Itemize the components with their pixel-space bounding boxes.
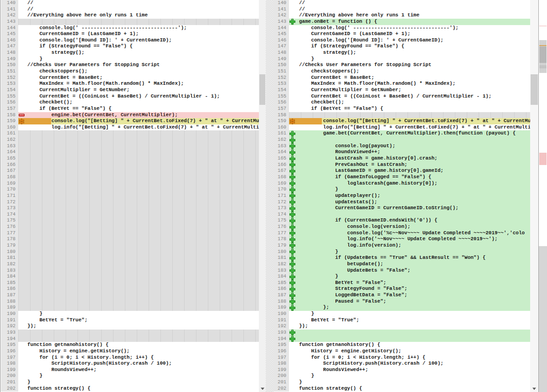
code-text[interactable]: for (i = 0; i < History.length; i++) { bbox=[26, 355, 154, 361]
code-line-body[interactable] bbox=[289, 330, 530, 336]
code-line-body[interactable] bbox=[18, 255, 259, 261]
code-line-body[interactable]: RoundsViewed++; bbox=[18, 367, 259, 373]
code-text[interactable]: console.log('%c~~Nov~~~~ Update Complete… bbox=[298, 230, 525, 237]
code-text[interactable]: History = engine.getHistory(); bbox=[298, 348, 401, 355]
code-text[interactable]: LastCrash = game.history[0].crash; bbox=[298, 155, 438, 162]
code-line-body[interactable]: if (GameInfoLogged == "False") { bbox=[289, 174, 530, 181]
code-line-body[interactable]: } bbox=[289, 56, 530, 62]
code-line-body[interactable]: CurrentBet = BaseBet; bbox=[18, 75, 259, 81]
code-line-body[interactable] bbox=[18, 242, 259, 249]
pane-splitter[interactable] bbox=[266, 0, 274, 392]
code-line-body[interactable]: } bbox=[289, 379, 530, 386]
code-text[interactable]: } bbox=[298, 56, 314, 62]
code-line-body[interactable]: function strategy() { bbox=[18, 386, 259, 392]
code-text[interactable]: BetYet = "True"; bbox=[26, 317, 88, 324]
code-text[interactable]: console.log("[Betting] " + CurrentBet.to… bbox=[26, 118, 259, 124]
code-text[interactable]: for (i = 0; i < History.length; i++) { bbox=[298, 355, 425, 361]
code-line-body[interactable]: BetYet = "False"; bbox=[289, 280, 530, 286]
right-vertical-scrollbar[interactable] bbox=[530, 0, 538, 392]
code-line-body[interactable]: if (BetYet == "False") { bbox=[289, 106, 530, 112]
code-text[interactable] bbox=[26, 255, 27, 261]
code-line-body[interactable]: updateplayer(); bbox=[289, 193, 530, 199]
code-line-body[interactable] bbox=[289, 211, 530, 218]
code-text[interactable]: function strategy() { bbox=[298, 386, 362, 392]
code-text[interactable]: function getnanohistory() { bbox=[298, 342, 380, 348]
code-line-body[interactable]: LastGameID = game.history[0].gameId; bbox=[289, 168, 530, 174]
code-text[interactable]: engine.bet(CurrentBet, CurrentMultiplier… bbox=[26, 112, 178, 119]
code-text[interactable]: } bbox=[298, 249, 338, 255]
code-text[interactable]: console.log(version); bbox=[298, 224, 410, 230]
code-text[interactable]: } bbox=[298, 311, 314, 317]
code-text[interactable]: } bbox=[298, 373, 314, 379]
code-line-body[interactable] bbox=[18, 304, 259, 311]
code-line-body[interactable] bbox=[18, 205, 259, 211]
code-text[interactable] bbox=[26, 280, 27, 286]
code-text[interactable]: console.log(payout); bbox=[298, 143, 395, 150]
code-line-body[interactable]: //Checks User Parameters for Stopping Sc… bbox=[18, 62, 259, 68]
code-line-body[interactable] bbox=[18, 130, 259, 137]
code-text[interactable] bbox=[26, 19, 27, 25]
code-text[interactable] bbox=[26, 299, 27, 305]
code-line-body[interactable]: // bbox=[18, 0, 259, 6]
code-line-body[interactable]: RoundsViewed++; bbox=[289, 149, 530, 155]
code-text[interactable] bbox=[26, 199, 27, 206]
code-line-body[interactable]: function getnanohistory() { bbox=[289, 342, 530, 348]
code-line-body[interactable] bbox=[18, 168, 259, 174]
code-line-body[interactable]: LoggedBetData = "False"; bbox=[289, 292, 530, 299]
code-line-body[interactable]: } bbox=[18, 56, 259, 62]
code-text[interactable]: LoggedBetData = "False"; bbox=[298, 292, 408, 299]
right-code-pane[interactable]: 140//141//142//Everything above here onl… bbox=[274, 0, 530, 392]
code-text[interactable]: if (UpdateBets == "True" && LastResult =… bbox=[298, 255, 485, 261]
code-text[interactable]: // bbox=[26, 6, 33, 13]
code-text[interactable]: } bbox=[26, 311, 42, 317]
code-line-body[interactable]: BetYet = "True"; bbox=[289, 317, 530, 324]
code-line-body[interactable]: if (BetYet == "False") { bbox=[18, 106, 259, 112]
code-text[interactable] bbox=[26, 186, 27, 193]
code-line-body[interactable]: for (i = 0; i < History.length; i++) { bbox=[18, 355, 259, 361]
left-code-pane[interactable]: 140//141//142//Everything above here onl… bbox=[1, 0, 259, 392]
code-text[interactable]: } bbox=[26, 373, 42, 379]
code-text[interactable] bbox=[26, 143, 27, 150]
code-line-body[interactable] bbox=[18, 249, 259, 255]
code-line-body[interactable]: } bbox=[289, 373, 530, 379]
code-line-body[interactable]: } bbox=[289, 311, 530, 317]
code-text[interactable]: ScriptHistory.push(History.crash / 100); bbox=[298, 361, 444, 367]
code-text[interactable]: strategy(); bbox=[26, 50, 84, 56]
code-line-body[interactable]: } bbox=[18, 373, 259, 379]
code-text[interactable] bbox=[26, 236, 27, 242]
code-text[interactable]: //Everything above here only runs 1 time bbox=[26, 12, 148, 19]
code-line-body[interactable] bbox=[18, 193, 259, 199]
code-line-body[interactable] bbox=[18, 19, 259, 25]
code-text[interactable] bbox=[26, 249, 27, 255]
code-line-body[interactable]: game.bet(CurrentBet, CurrentMultiplier).… bbox=[289, 130, 530, 137]
code-text[interactable]: log.info(version); bbox=[298, 242, 401, 249]
code-text[interactable]: if (CurrentGameID.endsWith('0')) { bbox=[298, 217, 438, 224]
code-line-body[interactable] bbox=[18, 211, 259, 218]
code-text[interactable]: updateplayer(); bbox=[298, 193, 380, 199]
code-line-body[interactable]: LastCrash = game.history[0].crash; bbox=[289, 155, 530, 162]
code-line-body[interactable]: } bbox=[18, 311, 259, 317]
code-line-body[interactable]: // bbox=[18, 6, 259, 13]
code-line-body[interactable] bbox=[18, 162, 259, 168]
code-text[interactable]: RoundsViewed++; bbox=[26, 367, 97, 373]
code-text[interactable] bbox=[26, 205, 27, 211]
code-text[interactable]: UpdateBets = "False"; bbox=[298, 268, 410, 274]
code-text[interactable]: RoundsViewed++; bbox=[298, 367, 368, 373]
code-text[interactable]: log.info("[Betting] " + CurrentBet.toFix… bbox=[26, 124, 259, 131]
code-line-body[interactable]: checkbet(); bbox=[18, 99, 259, 106]
code-text[interactable]: CurrentGameID = CurrentGameID.toString()… bbox=[298, 205, 459, 211]
code-text[interactable]: console.log('[Round ID]: ' + CurrentGame… bbox=[26, 37, 172, 44]
code-text[interactable]: History = engine.getHistory(); bbox=[26, 348, 129, 355]
code-line-body[interactable]: log.info("[Betting] " + CurrentBet.toFix… bbox=[289, 124, 530, 131]
code-text[interactable] bbox=[298, 330, 299, 336]
right-scroll-down-button[interactable] bbox=[530, 385, 538, 392]
code-text[interactable]: log.info("[Betting] " + CurrentBet.toFix… bbox=[298, 124, 530, 131]
code-line-body[interactable]: // bbox=[289, 6, 530, 13]
code-text[interactable]: function strategy() { bbox=[26, 386, 91, 392]
code-text[interactable]: if (StrategyFound == "False") { bbox=[298, 43, 404, 50]
code-line-body[interactable]: ScriptHistory.push(History.crash / 100); bbox=[18, 361, 259, 367]
code-line-body[interactable] bbox=[18, 299, 259, 305]
code-line-body[interactable]: if (StrategyFound == "False") { bbox=[18, 43, 259, 50]
code-text[interactable]: console.log(' --------------------------… bbox=[298, 25, 459, 31]
code-text[interactable]: CurrentBet = BaseBet; bbox=[298, 75, 374, 81]
